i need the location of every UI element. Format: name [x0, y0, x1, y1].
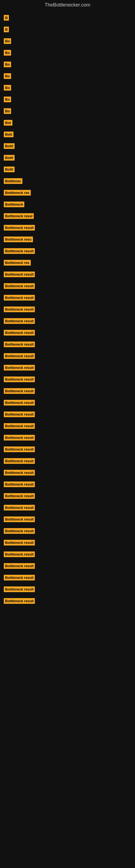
bottleneck-result-label: Bottleneck result: [4, 528, 35, 534]
list-item: Bottleneck result: [2, 375, 133, 384]
bottleneck-result-label: Bottleneck result: [4, 505, 35, 510]
bottleneck-result-label: Bottleneck result: [4, 272, 35, 277]
bottleneck-result-label: Bottleneck result: [4, 341, 35, 347]
list-item: Bottleneck result: [2, 527, 133, 536]
bottleneck-result-label: Bottleneck result: [4, 423, 35, 429]
bottleneck-result-label: Bottleneck result: [4, 598, 35, 604]
bottleneck-result-label: Bottleneck result: [4, 365, 35, 371]
list-item: Bott: [2, 130, 133, 140]
list-item: Bottleneck result: [2, 305, 133, 314]
list-item: Bottleneck result: [2, 317, 133, 326]
bottleneck-result-label: Bo: [4, 62, 11, 67]
bottleneck-result-label: Bott: [4, 131, 13, 137]
list-item: Bottleneck result: [2, 550, 133, 559]
list-item: Bottleneck result: [2, 282, 133, 291]
list-item: Bo: [2, 61, 133, 69]
bottleneck-result-label: Bottleneck result: [4, 318, 35, 324]
bottleneck-result-label: B: [4, 27, 9, 32]
bottleneck-result-label: Bottleneck result: [4, 353, 35, 359]
list-item: Bottl: [2, 142, 133, 151]
list-item: Bottleneck result: [2, 516, 133, 524]
bottleneck-result-label: Bottleneck resul: [4, 213, 34, 219]
list-item: Bottleneck result: [2, 539, 133, 548]
list-item: Bo: [2, 95, 133, 104]
bottleneck-result-label: Bottleneck result: [4, 552, 35, 557]
bottleneck-result-label: Bottleneck result: [4, 446, 35, 452]
list-item: Bottleneck result: [2, 271, 133, 279]
bottleneck-result-label: Bottleneck result: [4, 482, 35, 487]
bottleneck-result-label: Bo: [4, 50, 11, 56]
list-item: Bottl: [2, 165, 133, 175]
bottleneck-result-label: Bottl: [4, 155, 14, 161]
list-item: Bo: [2, 107, 133, 116]
list-item: B: [2, 26, 133, 34]
bottleneck-result-label: Bottleneck resu: [4, 237, 33, 242]
list-item: Bottleneck result: [2, 352, 133, 361]
list-item: Bottleneck result: [2, 562, 133, 571]
list-item: Bo: [2, 37, 133, 46]
bottleneck-result-label: Bottleneck res: [4, 260, 31, 266]
list-item: Bottleneck res: [2, 189, 133, 198]
bottleneck-result-label: Bottleneck result: [4, 540, 35, 546]
list-item: Bottleneck result: [2, 294, 133, 303]
bottleneck-result-label: Bo: [4, 108, 11, 114]
list-item: Bottleneck result: [2, 364, 133, 373]
list-item: Bo: [2, 72, 133, 81]
list-item: Bottleneck result: [2, 422, 133, 431]
list-item: Bottleneck result: [2, 329, 133, 338]
bottleneck-result-label: Bottleneck result: [4, 400, 35, 405]
bottleneck-result-label: Bottleneck result: [4, 517, 35, 522]
list-item: Bottleneck result: [2, 387, 133, 396]
bottleneck-result-label: Bottleneck result: [4, 563, 35, 569]
list-item: Bottleneck result: [2, 492, 133, 501]
list-item: Bottleneck result: [2, 504, 133, 513]
bottleneck-result-label: Bottleneck result: [4, 493, 35, 499]
list-item: Bottleneck result: [2, 399, 133, 408]
bottleneck-result-label: Bottleneck result: [4, 388, 35, 394]
bottleneck-result-label: Bottleneck result: [4, 330, 35, 336]
bottleneck-result-label: Bottleneck result: [4, 376, 35, 382]
list-item: Bot: [2, 119, 133, 128]
list-item: Bo: [2, 84, 133, 93]
site-title: TheBottlenecker.com: [0, 0, 135, 10]
bottleneck-result-label: Bottleneck result: [4, 248, 35, 254]
bottleneck-result-label: Bo: [4, 85, 11, 91]
bottleneck-result-label: Bottleneck result: [4, 283, 35, 289]
bottleneck-result-label: Bottleneck result: [4, 411, 35, 417]
list-item: Bottleneck result: [2, 597, 133, 606]
list-item: Bottleneck result: [2, 457, 133, 466]
site-header: TheBottlenecker.com: [0, 0, 135, 10]
bottleneck-result-label: Bottleneck result: [4, 575, 35, 581]
bottleneck-result-label: Bottl: [4, 143, 14, 149]
list-item: Bo: [2, 49, 133, 58]
bottleneck-result-label: Bottleneck result: [4, 225, 35, 230]
list-item: Bottleneck resu: [2, 236, 133, 244]
list-item: Bottl: [2, 154, 133, 163]
list-item: Bottleneck result: [2, 585, 133, 594]
list-item: Bottleneck result: [2, 445, 133, 454]
list-item: Bottleneck: [2, 200, 133, 209]
list-item: Bottleneck res: [2, 259, 133, 268]
bottleneck-result-label: Bottleneck: [4, 202, 24, 207]
list-item: B: [2, 14, 133, 23]
bottleneck-result-label: Bottleneck res: [4, 190, 31, 195]
list-item: Bottleneck result: [2, 224, 133, 233]
list-item: Bottleneck result: [2, 410, 133, 420]
bottleneck-result-label: Bottl: [4, 166, 14, 172]
list-item: Bottleneck result: [2, 247, 133, 256]
list-item: Bottleneck result: [2, 469, 133, 478]
list-item: Bottleneck result: [2, 574, 133, 583]
bottleneck-result-label: Bottleneck result: [4, 307, 35, 312]
bottleneck-result-label: Bo: [4, 97, 11, 102]
bottleneck-result-label: Bo: [4, 73, 11, 79]
bottleneck-result-label: B: [4, 15, 9, 21]
results-container: BBBoBoBoBoBoBoBoBotBottBottlBottlBottlBo…: [0, 10, 135, 610]
list-item: Bottlenec: [2, 177, 133, 186]
bottleneck-result-label: Bottleneck result: [4, 458, 35, 464]
bottleneck-result-label: Bottleneck result: [4, 586, 35, 592]
bottleneck-result-label: Bot: [4, 120, 12, 126]
list-item: Bottleneck result: [2, 480, 133, 489]
bottleneck-result-label: Bottleneck result: [4, 435, 35, 440]
list-item: Bottleneck result: [2, 340, 133, 349]
bottleneck-result-label: Bottleneck result: [4, 470, 35, 475]
